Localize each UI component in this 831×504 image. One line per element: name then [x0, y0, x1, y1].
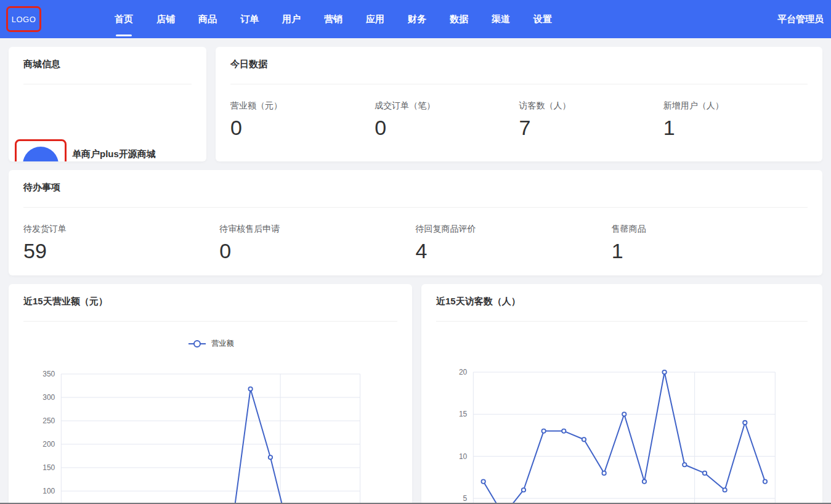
nav-tab-label: 营销	[324, 14, 343, 25]
revenue-trend-chart: 350300250200150100	[9, 284, 412, 504]
stat: 营业额（元） 0	[230, 84, 375, 138]
nav-tab[interactable]: 设置	[522, 0, 564, 38]
stat[interactable]: 待回复商品评价 4	[416, 208, 612, 261]
todo-card: 待办事项 待发货订单 59 待审核售后申请 0 待回复商品评价	[9, 170, 822, 275]
stat-label: 待审核售后申请	[219, 224, 415, 235]
annotation-highlight-logo: LOGO	[6, 6, 41, 32]
nav-tab[interactable]: 数据	[438, 0, 480, 38]
today-stats: 营业额（元） 0 成交订单（笔） 0 访客数（人） 7 新增用户（人）	[216, 84, 822, 138]
svg-text:200: 200	[43, 440, 55, 449]
nav-tab[interactable]: 财务	[396, 0, 438, 38]
nav-tab[interactable]: 店铺	[145, 0, 187, 38]
card-title: 今日数据	[230, 59, 808, 69]
svg-text:150: 150	[43, 463, 55, 472]
nav-tab[interactable]: 订单	[229, 0, 270, 38]
stat[interactable]: 售罄商品 1	[612, 208, 808, 261]
nav-tab[interactable]: 用户	[270, 0, 312, 38]
nav-tab-label: 订单	[240, 14, 259, 25]
card-title: 待办事项	[23, 182, 808, 192]
stat: 成交订单（笔） 0	[375, 84, 519, 138]
shop-name: 单商户plus开源商城	[72, 148, 156, 160]
stat: 新增用户（人） 1	[663, 84, 808, 138]
stat-label: 待发货订单	[23, 224, 219, 235]
nav-tab-label: 首页	[115, 14, 133, 25]
svg-text:350: 350	[43, 370, 55, 378]
nav-tab[interactable]: 首页	[103, 0, 145, 38]
stat-label: 待回复商品评价	[416, 224, 612, 235]
top-navbar: LOGO 首页 店铺 商品 订单 用户 营销	[0, 0, 831, 38]
nav-tab-label: 店铺	[156, 14, 175, 25]
shop-info-card: 商城信息 LOGO 单商户plus开源商城 管理员 平台管理员	[9, 47, 206, 161]
user-menu[interactable]: 平台管理员	[777, 14, 824, 25]
stat-value: 0	[230, 117, 375, 138]
nav-tab-label: 用户	[282, 14, 301, 25]
annotation-highlight-shop-logo: LOGO	[15, 139, 67, 161]
stat-value: 4	[416, 240, 612, 261]
shop-info-body: LOGO 单商户plus开源商城 管理员 平台管理员	[9, 131, 206, 161]
nav-tab[interactable]: 应用	[354, 0, 396, 38]
stat-value: 0	[219, 240, 415, 261]
nav-tab-label: 商品	[198, 14, 217, 25]
nav-tab[interactable]: 商品	[187, 0, 229, 38]
svg-text:20: 20	[459, 368, 468, 376]
visitors-chart-card: 近15天访客数（人） 2015105	[421, 284, 822, 504]
visitors-trend-chart: 2015105	[421, 284, 822, 504]
stat-value: 1	[663, 117, 808, 138]
nav-tab-label: 设置	[533, 14, 552, 25]
nav-tab-label: 渠道	[492, 14, 510, 25]
stat-label: 新增用户（人）	[663, 100, 808, 112]
stat[interactable]: 待发货订单 59	[23, 208, 219, 261]
svg-text:100: 100	[43, 487, 55, 495]
svg-text:250: 250	[43, 417, 55, 425]
stat-label: 成交订单（笔）	[375, 100, 519, 112]
svg-text:10: 10	[459, 452, 468, 461]
svg-text:300: 300	[43, 393, 55, 402]
stat-label: 售罄商品	[612, 224, 808, 235]
main-nav: 首页 店铺 商品 订单 用户 营销 应用	[103, 0, 564, 38]
stat-label: 营业额（元）	[230, 100, 375, 112]
stat-value: 59	[23, 240, 219, 261]
card-title: 商城信息	[23, 59, 192, 69]
nav-tab[interactable]: 营销	[312, 0, 354, 38]
svg-text:5: 5	[463, 494, 468, 503]
nav-tab[interactable]: 渠道	[480, 0, 522, 38]
stat-value: 1	[612, 240, 808, 261]
todo-stats: 待发货订单 59 待审核售后申请 0 待回复商品评价 4 售罄商品	[9, 208, 822, 261]
app-logo[interactable]: LOGO	[12, 15, 36, 24]
revenue-chart-card: 近15天营业额（元） 营业额 350300250200150100	[9, 284, 412, 504]
svg-text:15: 15	[459, 410, 468, 418]
shop-logo[interactable]: LOGO	[23, 147, 59, 162]
stat-value: 0	[375, 117, 519, 138]
nav-tab-label: 财务	[408, 14, 426, 25]
shop-meta: 单商户plus开源商城 管理员 平台管理员	[72, 148, 156, 161]
stat-value: 7	[519, 117, 663, 138]
divider	[23, 84, 192, 84]
stat: 访客数（人） 7	[519, 84, 663, 138]
nav-tab-label: 数据	[450, 14, 468, 25]
today-stats-card: 今日数据 营业额（元） 0 成交订单（笔） 0 访客数（人）	[216, 47, 822, 161]
stat[interactable]: 待审核售后申请 0	[219, 208, 415, 261]
nav-tab-label: 应用	[366, 14, 384, 25]
stat-label: 访客数（人）	[519, 100, 663, 112]
